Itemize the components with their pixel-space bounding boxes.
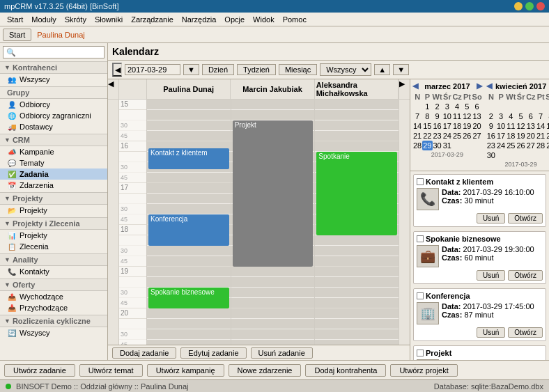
- sidebar-item-przychodzace[interactable]: Przychodzące: [0, 302, 107, 313]
- sidebar-item-wychodzace[interactable]: Wychodzące: [0, 291, 107, 302]
- event-spotkanie-biz[interactable]: Spokanie biznesowe: [148, 288, 229, 308]
- event-konferencja-date: Data: 2017-03-29 17:45:00: [442, 302, 543, 311]
- event-biznes-check[interactable]: [417, 235, 424, 242]
- march-week-label: 2017-03-29: [412, 150, 482, 159]
- view-week-btn[interactable]: Tydzień: [237, 64, 276, 75]
- right-panel: ◀ marzec 2017 ▶ N P Wt Śr Cz Pt So: [410, 79, 549, 360]
- events-list[interactable]: Kontakt z klientem 📞 Data: 2017-03-29 16…: [410, 171, 549, 360]
- sidebar-item-projekty-z[interactable]: Projekty: [0, 230, 107, 241]
- people-icon: [7, 75, 17, 84]
- menu-opcje[interactable]: Opcje: [220, 14, 249, 25]
- calendar-scroll-area[interactable]: 15 30 45 16 30 45 17 30 45 18: [119, 100, 399, 345]
- menu-zarzadzanie[interactable]: Zarządzanie: [127, 14, 178, 25]
- cal-scroll-up-btn[interactable]: ▲: [374, 64, 390, 75]
- sidebar-item-projekty-p[interactable]: Projekty: [0, 205, 107, 216]
- truck-icon: [7, 122, 17, 132]
- create-project-btn[interactable]: Utwórz projekt: [390, 364, 457, 377]
- create-task-btn[interactable]: Utwórz zadanie: [4, 364, 75, 377]
- event-projekt-check[interactable]: [417, 350, 424, 356]
- menu-skroty[interactable]: Skróty: [61, 14, 91, 25]
- event-konferencja-check[interactable]: [417, 292, 424, 299]
- new-event-btn[interactable]: Nowe zdarzenie: [229, 364, 302, 377]
- user-filter-select[interactable]: Wszyscy: [320, 63, 371, 76]
- event-spotkanie-col2[interactable]: Spotkanie: [316, 152, 397, 235]
- sidebar-item-kontakty[interactable]: Kontakty: [0, 266, 107, 277]
- march-prev-btn[interactable]: ◀: [412, 81, 418, 91]
- mini-cal-april-header: ◀ kwiecień 2017 ▶: [486, 81, 549, 91]
- sidebar-section-crm: ▼ CRM: [0, 134, 107, 146]
- event-kontakt-date: Data: 2017-03-29 16:10:00: [442, 188, 543, 196]
- event-kontakt[interactable]: Kontakt z klientem: [148, 148, 229, 169]
- window-controls[interactable]: [514, 2, 545, 10]
- date-input[interactable]: [125, 64, 180, 75]
- event-biznes-delete-btn[interactable]: Usuń: [477, 270, 505, 281]
- menu-slowniki[interactable]: Słowniki: [91, 14, 127, 25]
- cal-right-nav[interactable]: ▶: [399, 79, 410, 99]
- event-item-projekt[interactable]: Projekt 📊 Data: 2017-03-29 15:30:00 Czas…: [413, 345, 546, 360]
- edit-task-btn[interactable]: Edytuj zadanie: [180, 347, 246, 359]
- sidebar-item-zlecenia[interactable]: Zlecenia: [0, 241, 107, 252]
- view-day-btn[interactable]: Dzień: [202, 64, 234, 75]
- event-kontakt-open-btn[interactable]: Otwórz: [508, 213, 543, 224]
- mini-cal-april: ◀ kwiecień 2017 ▶ N P Wt Śr Cz Pt So: [484, 79, 549, 171]
- mini-cal-march: ◀ marzec 2017 ▶ N P Wt Śr Cz Pt So: [410, 79, 484, 171]
- calendar-bottom-actions: Dodaj zadanie Edytuj zadanie Usuń zadani…: [108, 345, 410, 360]
- event-biznes-date: Data: 2017-03-29 19:30:00: [442, 245, 543, 253]
- start-button[interactable]: Start: [3, 29, 31, 41]
- event-kontakt-delete-btn[interactable]: Usuń: [477, 213, 505, 224]
- menu-widok[interactable]: Widok: [249, 14, 279, 25]
- globe-icon: [7, 111, 17, 120]
- contact-icon: [7, 267, 17, 276]
- event-projekt-col1[interactable]: Projekt: [233, 120, 314, 267]
- date-dropdown-btn[interactable]: ▼: [183, 64, 199, 75]
- march-next-btn[interactable]: ▶: [477, 81, 482, 91]
- footer-buttons: Utwórz zadanie Utwórz temat Utwórz kampa…: [0, 360, 549, 379]
- task-icon: [7, 169, 17, 179]
- sidebar-section-proj-zlec: ▼ Projekty i Zlecenia: [0, 217, 107, 230]
- sidebar-item-zdarzenia[interactable]: Zdarzenia: [0, 180, 107, 191]
- sidebar-item-zadania[interactable]: Zadania: [0, 168, 107, 180]
- crm-arrow: ▼: [4, 136, 10, 143]
- minimize-button[interactable]: [514, 2, 523, 10]
- event-konferencja-delete-btn[interactable]: Usuń: [477, 327, 505, 338]
- sidebar-item-wszyscy-r[interactable]: Wszyscy: [0, 327, 107, 338]
- sidebar-item-dostawcy[interactable]: Dostawcy: [0, 121, 107, 132]
- sidebar-item-tematy[interactable]: Tematy: [0, 157, 107, 168]
- event-item-kontakt[interactable]: Kontakt z klientem 📞 Data: 2017-03-29 16…: [413, 174, 546, 227]
- april-prev-btn[interactable]: ◀: [486, 81, 492, 91]
- sidebar-item-odbiorcy[interactable]: Odbiorcy: [0, 99, 107, 110]
- sidebar-item-odbiorcy-zagr[interactable]: Odbiorcy zagraniczni: [0, 110, 107, 121]
- cal-prev-col-btn[interactable]: ◀: [112, 63, 122, 77]
- add-task-btn[interactable]: Dodaj zadanie: [112, 347, 176, 359]
- cal-left-nav[interactable]: ◀: [108, 79, 119, 99]
- search-input[interactable]: [3, 46, 105, 58]
- delete-task-btn[interactable]: Usuń zadanie: [251, 347, 313, 359]
- user-label[interactable]: Paulina Dunaj: [37, 31, 85, 39]
- event-biznes-actions: Usuń Otwórz: [417, 270, 543, 281]
- close-button[interactable]: [536, 2, 545, 10]
- menu-start[interactable]: Start: [3, 14, 27, 25]
- event-konferencja[interactable]: Konferencja: [148, 214, 229, 246]
- add-contractor-btn[interactable]: Dodaj kontrahenta: [305, 364, 386, 377]
- menu-pomoc[interactable]: Pomoc: [279, 14, 311, 25]
- event-konferencja-header: Konferencja: [417, 292, 543, 300]
- maximize-button[interactable]: [525, 2, 534, 10]
- event-projekt-header: Projekt: [417, 349, 543, 357]
- sidebar-item-wszyscy-k[interactable]: Wszyscy: [0, 74, 107, 85]
- menu-moduly[interactable]: Moduły: [27, 14, 60, 25]
- cal-scroll-down-btn[interactable]: ▼: [393, 64, 409, 75]
- view-month-btn[interactable]: Miesiąc: [279, 64, 317, 75]
- menu-narzedzia[interactable]: Narzędzia: [178, 14, 221, 25]
- col-header-1: Marcin Jakubiak: [231, 79, 314, 99]
- event-item-konferencja[interactable]: Konferencja 🏢 Data: 2017-03-29 17:45:00 …: [413, 288, 546, 341]
- create-topic-btn[interactable]: Utwórz temat: [79, 364, 143, 377]
- create-campaign-btn[interactable]: Utwórz kampanię: [147, 364, 224, 377]
- person-icon: [7, 100, 17, 109]
- event-item-biznes[interactable]: Spokanie biznesowe 💼 Data: 2017-03-29 19…: [413, 231, 546, 284]
- event-konferencja-open-btn[interactable]: Otwórz: [508, 327, 543, 338]
- event-kontakt-header: Kontakt z klientem: [417, 178, 543, 186]
- sidebar-item-kampanie[interactable]: Kampanie: [0, 146, 107, 157]
- april-week-label: 2017-03-29: [486, 160, 549, 168]
- event-biznes-open-btn[interactable]: Otwórz: [508, 270, 543, 281]
- event-kontakt-check[interactable]: [417, 178, 424, 185]
